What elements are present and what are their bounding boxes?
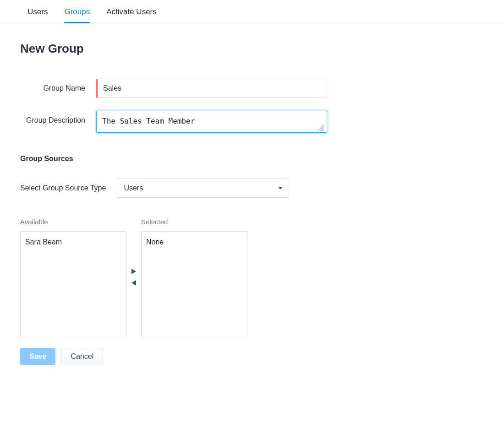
input-group-name[interactable] (96, 79, 327, 98)
selected-none: None (146, 237, 242, 247)
label-group-description: Group Description (20, 111, 96, 124)
chevron-right-icon (131, 269, 136, 274)
selected-title: Selected (141, 218, 247, 226)
tab-users[interactable]: Users (27, 7, 48, 23)
dual-list: Available Sara Beam Selected None (20, 218, 477, 338)
chevron-left-icon (131, 280, 136, 286)
move-right-button[interactable] (131, 268, 137, 276)
action-buttons: Save Cancel (20, 348, 477, 365)
input-group-description[interactable] (96, 111, 327, 133)
available-title: Available (20, 218, 126, 226)
tab-activate-users[interactable]: Activate Users (106, 7, 157, 23)
row-group-name: Group Name (20, 79, 477, 98)
selected-list[interactable]: None (141, 231, 247, 337)
row-source-type: Select Group Source Type Users (20, 179, 477, 198)
label-group-name: Group Name (20, 84, 96, 92)
tabs-bar: Users Groups Activate Users (0, 0, 504, 23)
page-title: New Group (20, 42, 477, 56)
available-list[interactable]: Sara Beam (20, 231, 126, 337)
cancel-button[interactable]: Cancel (61, 348, 103, 365)
mover-controls (128, 218, 139, 338)
row-group-description: Group Description (20, 111, 477, 135)
main-content: New Group Group Name Group Description G… (0, 23, 504, 393)
save-button[interactable]: Save (20, 348, 55, 365)
tab-groups[interactable]: Groups (64, 7, 90, 23)
select-source-type-value: Users (124, 184, 143, 192)
select-source-type[interactable]: Users (117, 179, 289, 198)
list-item[interactable]: Sara Beam (25, 237, 121, 247)
move-left-button[interactable] (131, 279, 137, 288)
section-title-group-sources: Group Sources (20, 155, 477, 163)
label-source-type: Select Group Source Type (20, 184, 106, 192)
